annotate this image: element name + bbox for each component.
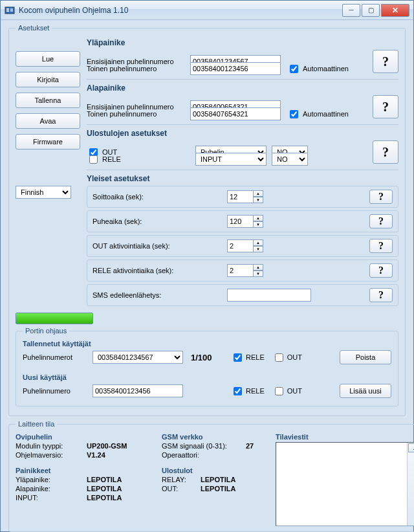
settings-group: Asetukset Lue Kirjoita Tallenna Avaa Fir… bbox=[8, 24, 406, 416]
up-icon[interactable]: ▲ bbox=[253, 215, 263, 221]
scrollbar[interactable]: ▲ bbox=[407, 443, 414, 526]
language-select[interactable]: Finnish bbox=[16, 186, 71, 199]
releact-label: RELE aktivointiaika (sek): bbox=[93, 267, 222, 274]
delete-button[interactable]: Poista bbox=[340, 350, 391, 364]
device-status-group: Laitteen tila Ovipuhelin Modulin tyyppi:… bbox=[8, 420, 414, 532]
lower-secondary-label: Toinen puhelinnumero bbox=[87, 110, 190, 118]
window-title: Kocom ovipuhelin Ohjelma 1.10 bbox=[19, 6, 341, 15]
phonelist-count: 1/100 bbox=[191, 353, 223, 362]
gsm-signal-label: GSM signaali (0-31): bbox=[162, 442, 246, 450]
lower-state-label: Alapainike: bbox=[16, 485, 87, 493]
lower-secondary-input[interactable] bbox=[190, 107, 281, 120]
upper-button-title: Yläpainike bbox=[87, 38, 398, 47]
talktime-spinner[interactable]: ▲▼ bbox=[227, 215, 263, 228]
add-new-button[interactable]: Lisää uusi bbox=[340, 384, 391, 398]
sidebar: Lue Kirjoita Tallenna Avaa Firmware Finn… bbox=[16, 36, 80, 309]
general-title: Yleiset asetukset bbox=[87, 174, 398, 183]
out-state-value: LEPOTILA bbox=[201, 485, 235, 493]
newphone-label: Puhelinnumero bbox=[23, 387, 85, 395]
gsm-signal-value: 27 bbox=[246, 442, 254, 450]
titlebar: Kocom ovipuhelin Ohjelma 1.10 ─ ▢ ✕ bbox=[1, 1, 413, 20]
upper-secondary-input[interactable] bbox=[190, 62, 281, 75]
smsfwd-label: SMS edelleenlähetys: bbox=[93, 291, 222, 299]
upper-auto-checkbox[interactable] bbox=[290, 65, 298, 73]
operator-label: Operaattori: bbox=[162, 451, 246, 459]
outact-spinner[interactable]: ▲▼ bbox=[227, 239, 263, 252]
doorphone-subhdr: Ovipuhelin bbox=[16, 433, 151, 441]
svg-rect-2 bbox=[6, 10, 9, 12]
rele-checkbox[interactable] bbox=[89, 155, 98, 164]
down-icon[interactable]: ▼ bbox=[253, 197, 263, 203]
input-state-label: INPUT: bbox=[16, 494, 87, 502]
ringtime-spinner[interactable]: ▲▼ bbox=[227, 190, 263, 203]
open-button[interactable]: Avaa bbox=[16, 113, 80, 129]
up-icon[interactable]: ▲ bbox=[253, 239, 263, 246]
save-button[interactable]: Tallenna bbox=[16, 93, 80, 108]
read-button[interactable]: Lue bbox=[16, 51, 80, 67]
phonelist-label: Puhelinnumerot bbox=[23, 353, 85, 361]
lower-button-title: Alapainike bbox=[87, 83, 398, 93]
rele-nc-select[interactable]: NO bbox=[272, 153, 308, 166]
app-icon bbox=[5, 5, 15, 16]
outact-help[interactable]: ? bbox=[369, 239, 393, 253]
lower-help-button[interactable]: ? bbox=[373, 95, 398, 118]
window-buttons: ─ ▢ ✕ bbox=[341, 4, 409, 17]
minimize-button[interactable]: ─ bbox=[342, 4, 360, 17]
down-icon[interactable]: ▼ bbox=[253, 221, 263, 228]
port-control-group: Portin ohjaus Tallennetut käyttäjät Puhe… bbox=[16, 327, 398, 406]
lower-state-value: LEPOTILA bbox=[87, 485, 122, 493]
releact-help[interactable]: ? bbox=[369, 263, 393, 278]
port-control-legend: Portin ohjaus bbox=[23, 327, 69, 335]
outact-label: OUT aktivointiaika (sek): bbox=[93, 242, 222, 250]
rele-label: RELE bbox=[102, 155, 121, 163]
outputs-help-button[interactable]: ? bbox=[373, 140, 398, 164]
module-type-value: UP200-GSM bbox=[87, 442, 127, 450]
ringtime-help[interactable]: ? bbox=[369, 190, 393, 204]
newphone-input[interactable] bbox=[93, 384, 183, 397]
relay-state-value: LEPOTILA bbox=[201, 476, 235, 483]
saved-rele-checkbox[interactable] bbox=[234, 353, 242, 362]
down-icon[interactable]: ▼ bbox=[253, 271, 263, 277]
smsfwd-help[interactable]: ? bbox=[369, 288, 393, 302]
upper-secondary-label: Toinen puhelinnumero bbox=[87, 65, 190, 72]
fw-label: Ohjelmaversio: bbox=[16, 451, 87, 459]
new-rele-checkbox[interactable] bbox=[234, 387, 242, 395]
rele-mode-select[interactable]: INPUT bbox=[195, 153, 267, 166]
lower-auto-checkbox[interactable] bbox=[290, 110, 298, 118]
progress-bar bbox=[16, 313, 93, 324]
relay-state-label: RELAY: bbox=[162, 476, 201, 483]
buttons-subhdr: Painikkeet bbox=[16, 467, 151, 474]
smsfwd-input[interactable] bbox=[227, 289, 311, 302]
ringtime-label: Soittoaika (sek): bbox=[93, 193, 222, 201]
outputs-title: Ulostulojen asetukset bbox=[87, 129, 398, 138]
up-icon[interactable]: ▲ bbox=[253, 264, 263, 271]
new-user-subhdr: Uusi käyttäjä bbox=[23, 373, 391, 381]
gsm-subhdr: GSM verkko bbox=[162, 433, 265, 441]
svg-rect-1 bbox=[6, 8, 9, 10]
messages-subhdr: Tilaviestit bbox=[276, 433, 414, 441]
saved-users-subhdr: Tallennetut käyttäjät bbox=[23, 340, 391, 348]
scroll-up-icon[interactable]: ▲ bbox=[408, 443, 415, 452]
messages-textarea[interactable]: ▲ bbox=[276, 442, 414, 526]
close-button[interactable]: ✕ bbox=[381, 4, 409, 17]
module-type-label: Modulin tyyppi: bbox=[16, 442, 87, 450]
new-out-checkbox[interactable] bbox=[275, 387, 283, 395]
firmware-button[interactable]: Firmware bbox=[16, 134, 80, 150]
talktime-help[interactable]: ? bbox=[369, 214, 393, 228]
maximize-button[interactable]: ▢ bbox=[362, 4, 380, 17]
upper-help-button[interactable]: ? bbox=[373, 50, 398, 73]
lower-auto-label: Automaattinen bbox=[303, 110, 349, 118]
upper-auto-label: Automaattinen bbox=[303, 65, 349, 72]
fw-value: V1.24 bbox=[87, 451, 105, 459]
talktime-label: Puheaika (sek): bbox=[93, 217, 222, 225]
write-button[interactable]: Kirjoita bbox=[16, 72, 80, 87]
saved-out-checkbox[interactable] bbox=[275, 353, 283, 362]
svg-rect-3 bbox=[10, 8, 13, 12]
upper-state-label: Yläpainike: bbox=[16, 476, 87, 483]
down-icon[interactable]: ▼ bbox=[253, 246, 263, 252]
up-icon[interactable]: ▲ bbox=[253, 190, 263, 197]
releact-spinner[interactable]: ▲▼ bbox=[227, 264, 263, 277]
phonelist-select[interactable]: 00358401234567 bbox=[93, 351, 183, 364]
device-status-legend: Laitteen tila bbox=[16, 420, 57, 428]
out-state-label: OUT: bbox=[162, 485, 201, 493]
